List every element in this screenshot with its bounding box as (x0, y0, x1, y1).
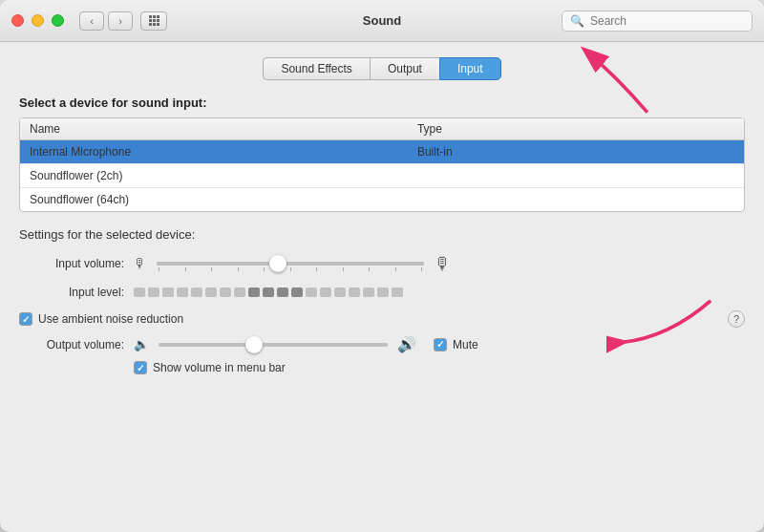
window-title: Sound (363, 13, 401, 28)
column-name-header: Name (30, 122, 417, 136)
grid-button[interactable] (140, 11, 167, 31)
ambient-noise-checkbox[interactable]: ✓ (19, 312, 32, 326)
table-row[interactable]: Soundflower (2ch) (20, 164, 744, 188)
device-type: Built-in (417, 145, 734, 159)
titlebar: ‹ › Sound 🔍 (0, 0, 764, 42)
show-volume-row: ✓ Show volume in menu bar (134, 361, 745, 374)
device-section: Select a device for sound input: Name Ty… (19, 96, 745, 212)
grid-icon (149, 15, 159, 26)
ambient-noise-label: Use ambient noise reduction (38, 312, 183, 326)
device-section-heading: Select a device for sound input: (19, 96, 745, 110)
input-level-row: Input level: (19, 286, 745, 299)
mute-row: ✓ Mute (434, 338, 478, 351)
maximize-button[interactable] (52, 14, 64, 27)
forward-icon: › (118, 15, 122, 27)
tab-input[interactable]: Input (439, 57, 501, 80)
device-name: Soundflower (64ch) (30, 193, 417, 206)
device-name: Internal Microphone (30, 145, 417, 159)
search-bar[interactable]: 🔍 (562, 11, 753, 32)
mic-large-icon: 🎙 (434, 253, 451, 274)
back-button[interactable]: ‹ (79, 11, 104, 31)
search-input[interactable] (590, 14, 744, 28)
forward-button[interactable]: › (108, 11, 133, 31)
question-icon: ? (733, 313, 739, 325)
mic-small-icon: 🎙 (134, 255, 147, 272)
device-table: Name Type Internal Microphone Built-in S… (19, 117, 745, 212)
speaker-small-icon: 🔈 (134, 337, 149, 351)
tab-output[interactable]: Output (370, 57, 439, 80)
close-button[interactable] (11, 14, 24, 27)
show-volume-checkbox[interactable]: ✓ (134, 361, 147, 374)
input-volume-label: Input volume: (19, 257, 124, 270)
input-level-meter (134, 287, 420, 297)
ambient-noise-row: ✓ Use ambient noise reduction ? (19, 310, 745, 328)
table-row[interactable]: Internal Microphone Built-in (20, 140, 744, 164)
device-name: Soundflower (2ch) (30, 169, 417, 182)
mute-checkbox[interactable]: ✓ (434, 338, 447, 351)
settings-heading: Settings for the selected device: (19, 227, 745, 242)
show-volume-label: Show volume in menu bar (153, 361, 286, 374)
main-window: ‹ › Sound 🔍 (0, 0, 764, 532)
tab-sound-effects[interactable]: Sound Effects (263, 57, 370, 80)
input-volume-row: Input volume: 🎙 🎙 (19, 253, 745, 274)
back-icon: ‹ (90, 15, 94, 27)
input-level-label: Input level: (19, 286, 124, 299)
help-button[interactable]: ? (728, 310, 745, 328)
column-type-header: Type (417, 122, 734, 136)
table-header: Name Type (20, 118, 744, 140)
speaker-large-icon: 🔊 (397, 335, 416, 353)
checkmark-icon: ✓ (22, 314, 30, 325)
minimize-button[interactable] (32, 14, 44, 27)
output-volume-slider[interactable] (159, 343, 388, 347)
mute-checkmark-icon: ✓ (436, 339, 444, 350)
traffic-lights (11, 14, 64, 27)
nav-buttons: ‹ › (79, 11, 133, 31)
output-volume-row: Output volume: 🔈 🔊 ✓ Mute (19, 335, 745, 353)
tab-bar: Sound Effects Output Input (19, 57, 745, 80)
device-type (417, 193, 734, 206)
show-volume-checkmark-icon: ✓ (137, 363, 144, 373)
output-volume-label: Output volume: (19, 338, 124, 351)
settings-section: Settings for the selected device: Input … (19, 223, 745, 382)
device-type (417, 169, 734, 182)
table-row[interactable]: Soundflower (64ch) (20, 188, 744, 211)
input-volume-slider[interactable] (157, 262, 424, 266)
search-icon: 🔍 (570, 14, 584, 28)
mute-label: Mute (453, 338, 478, 351)
content-area: Sound Effects Output Input Select a devi… (0, 42, 764, 532)
